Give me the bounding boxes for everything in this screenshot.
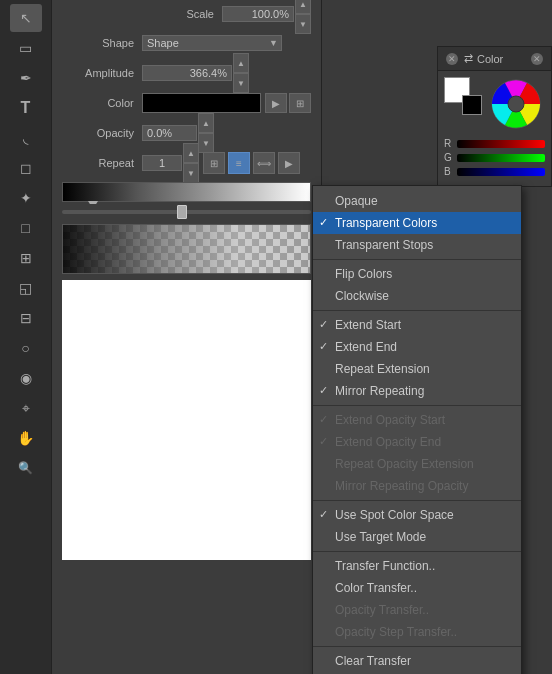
color-row: Color ▶ ⊞ [52, 88, 321, 118]
menu-separator [313, 500, 521, 501]
mesh-tool[interactable]: ⊟ [10, 304, 42, 332]
color-label: Color [62, 97, 134, 109]
color-menu-button[interactable]: ▶ [265, 93, 287, 113]
canvas-area [62, 280, 311, 560]
r-channel-bar[interactable] [457, 140, 545, 148]
color-arrows-icon: ⇄ [464, 52, 473, 65]
menu-item-mirror-repeating-opacity: Mirror Repeating Opacity [313, 475, 521, 497]
menu-item-extend-opacity-end: Extend Opacity End [313, 431, 521, 453]
menu-item-extend-opacity-start: Extend Opacity Start [313, 409, 521, 431]
opacity-input[interactable] [142, 125, 197, 141]
menu-item-extend-start[interactable]: Extend Start [313, 314, 521, 336]
repeat-label: Repeat [62, 157, 134, 169]
b-channel-bar[interactable] [457, 168, 545, 176]
menu-item-transfer-function[interactable]: Transfer Function.. [313, 555, 521, 577]
repeat-row: Repeat ▲ ▼ ⊞ ≡ ⟺ ▶ [52, 148, 321, 178]
menu-item-use-spot-color-space[interactable]: Use Spot Color Space [313, 504, 521, 526]
slider-thumb[interactable] [177, 205, 187, 219]
color-wheel-svg[interactable] [489, 77, 544, 132]
menu-item-repeat-opacity-extension: Repeat Opacity Extension [313, 453, 521, 475]
amplitude-down-button[interactable]: ▼ [233, 73, 249, 93]
scale-label: Scale [186, 8, 214, 20]
repeat-up-button[interactable]: ▲ [183, 143, 199, 163]
gradient-preview[interactable] [62, 224, 311, 274]
menu-item-extend-end[interactable]: Extend End [313, 336, 521, 358]
amplitude-input[interactable] [142, 65, 232, 81]
menu-item-mirror-repeating[interactable]: Mirror Repeating [313, 380, 521, 402]
eyedropper-tool[interactable]: ⌖ [10, 394, 42, 422]
menu-separator [313, 405, 521, 406]
color-panel-close-button[interactable]: ✕ [446, 53, 458, 65]
shape-dropdown-wrapper: Shape ▼ [142, 35, 282, 51]
background-swatch[interactable] [462, 95, 482, 115]
amplitude-row: Amplitude ▲ ▼ [52, 58, 321, 88]
repeat-type3-button[interactable]: ⟺ [253, 152, 275, 174]
menu-item-clockwise[interactable]: Clockwise [313, 285, 521, 307]
g-channel-bar[interactable] [457, 154, 545, 162]
arrow-tool[interactable]: ↖ [10, 4, 42, 32]
shape2-tool[interactable]: □ [10, 214, 42, 242]
marquee-tool[interactable]: ▭ [10, 34, 42, 62]
svg-point-1 [508, 96, 524, 112]
color-panel-titlebar: ✕ ⇄ Color ✕ [438, 47, 551, 71]
grid-tool[interactable]: ⊞ [10, 244, 42, 272]
gradient-slider [62, 204, 311, 220]
color-panel-content: R G B [438, 71, 551, 186]
paint-tool[interactable]: ✦ [10, 184, 42, 212]
repeat-controls: ⊞ ≡ ⟺ ▶ [203, 152, 300, 174]
gradient-section [62, 182, 311, 220]
color-swatch-area [444, 77, 545, 132]
zoom-tool[interactable]: 🔍 [10, 454, 42, 482]
menu-item-opacity-step-transfer: Opacity Step Transfer.. [313, 621, 521, 643]
repeat-type1-button[interactable]: ⊞ [203, 152, 225, 174]
opacity-up-button[interactable]: ▲ [198, 113, 214, 133]
repeat-options-button[interactable]: ▶ [278, 152, 300, 174]
r-slider-row: R [444, 138, 545, 149]
scale-row: Scale ▲ ▼ [52, 0, 321, 28]
shape-dropdown[interactable]: Shape [142, 35, 282, 51]
eraser-tool[interactable]: ◻ [10, 154, 42, 182]
shape-row: Shape Shape ▼ [52, 28, 321, 58]
menu-item-opaque[interactable]: Opaque [313, 190, 521, 212]
menu-separator [313, 646, 521, 647]
menu-item-repeat-extension[interactable]: Repeat Extension [313, 358, 521, 380]
repeat-input[interactable] [142, 155, 182, 171]
path-tool[interactable]: ◟ [10, 124, 42, 152]
pen-tool[interactable]: ✒ [10, 64, 42, 92]
menu-item-flip-colors[interactable]: Flip Colors [313, 263, 521, 285]
eye-tool[interactable]: ◉ [10, 364, 42, 392]
menu-item-transparent-stops[interactable]: Transparent Stops [313, 234, 521, 256]
shape-label: Shape [62, 37, 134, 49]
main-panel: Scale ▲ ▼ Shape Shape ▼ Amplitude ▲ ▼ Co… [52, 0, 322, 674]
repeat-down-button[interactable]: ▼ [183, 163, 199, 183]
g-label: G [444, 152, 454, 163]
menu-separator [313, 310, 521, 311]
gradient-bar[interactable] [62, 182, 311, 202]
menu-separator [313, 259, 521, 260]
ellipse-tool[interactable]: ○ [10, 334, 42, 362]
menu-item-transparent-colors[interactable]: Transparent Colors [313, 212, 521, 234]
box-tool[interactable]: ◱ [10, 274, 42, 302]
amplitude-up-button[interactable]: ▲ [233, 53, 249, 73]
repeat-type2-button[interactable]: ≡ [228, 152, 250, 174]
b-slider-row: B [444, 166, 545, 177]
scale-down-button[interactable]: ▼ [295, 14, 311, 34]
type-tool[interactable]: T [10, 94, 42, 122]
amplitude-label: Amplitude [62, 67, 134, 79]
scale-up-button[interactable]: ▲ [295, 0, 311, 14]
context-menu: OpaqueTransparent ColorsTransparent Stop… [312, 185, 522, 674]
opacity-label: Opacity [62, 127, 134, 139]
r-label: R [444, 138, 454, 149]
b-label: B [444, 166, 454, 177]
color-panel-collapse-button[interactable]: ✕ [531, 53, 543, 65]
menu-item-clear-transfer[interactable]: Clear Transfer [313, 650, 521, 672]
menu-item-color-transfer[interactable]: Color Transfer.. [313, 577, 521, 599]
scale-input[interactable] [222, 6, 294, 22]
g-slider-row: G [444, 152, 545, 163]
color-panel-title: Color [477, 53, 503, 65]
color-options-button[interactable]: ⊞ [289, 93, 311, 113]
hand-tool[interactable]: ✋ [10, 424, 42, 452]
menu-item-use-target-mode[interactable]: Use Target Mode [313, 526, 521, 548]
opacity-down-button[interactable]: ▼ [198, 133, 214, 153]
color-preview[interactable] [142, 93, 261, 113]
